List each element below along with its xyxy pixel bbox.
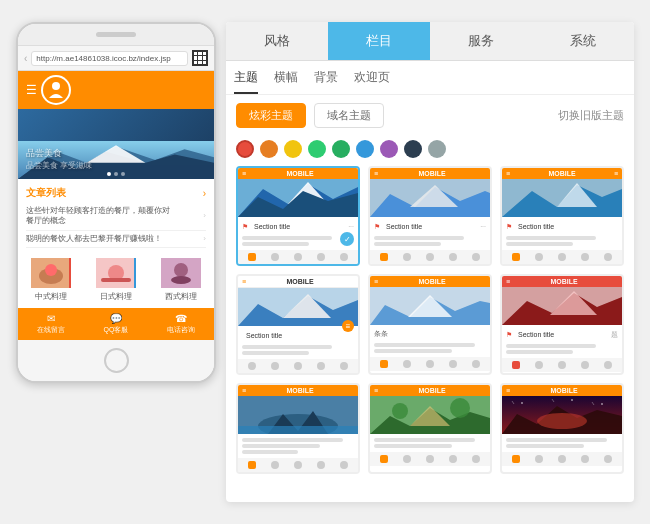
theme-card-7[interactable]: ≡ MOBILE — [236, 383, 360, 474]
article-section: 文章列表 › 这些针对年轻顾客打造的餐厅，颠覆你对餐厅的概念 › 聪明的餐饮人都… — [18, 179, 214, 252]
theme-card-6-header: ≡ MOBILE — [502, 276, 622, 287]
article-item-2[interactable]: 聪明的餐饮人都去巴黎开餐厅赚钱啦！ › — [26, 231, 206, 248]
article-title-bar: 文章列表 › — [26, 183, 206, 203]
tab-service[interactable]: 服务 — [430, 22, 532, 60]
hamburger-icon[interactable]: ☰ — [26, 83, 37, 97]
theme-card-1[interactable]: ≡ MOBILE ⚑ Section title ··· — [236, 166, 360, 266]
cat-item-japanese[interactable]: 日式料理 — [83, 258, 148, 302]
footer-btn-qq[interactable]: 💬 QQ客服 — [83, 308, 148, 340]
theme-card-4-header: ≡ MOBILE — [238, 276, 358, 288]
color-dot-red[interactable] — [236, 140, 254, 158]
footer-btn-phone[interactable]: ☎ 电话咨询 — [149, 308, 214, 340]
svg-point-0 — [52, 82, 60, 90]
subtab-welcome[interactable]: 欢迎页 — [354, 69, 390, 94]
theme-card-5-header: ≡ MOBILE — [370, 276, 490, 287]
theme-card-2-content: ⚑ Section title ··· — [370, 217, 490, 250]
svg-point-41 — [450, 398, 470, 418]
theme-card-9-header: ≡ MOBILE — [502, 385, 622, 396]
phone-home-bar — [18, 340, 214, 381]
theme-card-8[interactable]: ≡ MOBILE — [368, 383, 492, 474]
sub-tabs: 主题 横幅 背景 欢迎页 — [226, 61, 634, 95]
svg-point-13 — [171, 276, 191, 284]
orange-fab: ≡ — [342, 320, 354, 332]
theme-card-1-header: ≡ MOBILE — [238, 168, 358, 179]
theme-card-3-footer — [502, 250, 622, 264]
phone-header: ☰ — [18, 71, 214, 109]
svg-rect-36 — [238, 426, 358, 434]
color-dots — [226, 136, 634, 166]
phone-logo — [41, 75, 71, 105]
subtab-theme[interactable]: 主题 — [234, 69, 258, 94]
phone-category: 中式料理 日式料理 — [18, 252, 214, 308]
color-dot-yellow[interactable] — [284, 140, 302, 158]
theme-card-5[interactable]: ≡ MOBILE 条条 — [368, 274, 492, 375]
qq-icon: 💬 — [110, 313, 122, 324]
color-dot-green[interactable] — [332, 140, 350, 158]
domain-theme-btn[interactable]: 域名主题 — [314, 103, 384, 128]
article-arrow: › — [203, 188, 206, 199]
phone-content: ☰ — [18, 71, 214, 340]
theme-card-3[interactable]: ≡ MOBILE ≡ ⚑ Section title — [500, 166, 624, 266]
banner-text: 品尝美食 品尝美食 享受滋味 — [26, 147, 92, 171]
right-panel: 风格 栏目 服务 系统 主题 横幅 背景 欢迎页 炫彩主题 域名主题 切换旧版主… — [226, 22, 634, 502]
svg-point-40 — [392, 403, 408, 419]
theme-card-8-footer — [370, 452, 490, 466]
phone-banner: 品尝美食 品尝美食 享受滋味 — [18, 109, 214, 179]
color-dot-blue[interactable] — [356, 140, 374, 158]
address-bar: ‹ http://m.ae14861038.icoc.bz/index.jsp — [18, 45, 214, 71]
svg-rect-10 — [101, 278, 131, 282]
svg-point-48 — [521, 402, 523, 404]
themes-grid: ≡ MOBILE ⚑ Section title ··· — [226, 166, 634, 484]
theme-card-7-header: ≡ MOBILE — [238, 385, 358, 396]
color-dot-orange[interactable] — [260, 140, 278, 158]
color-dot-green-light[interactable] — [308, 140, 326, 158]
tab-system[interactable]: 系统 — [532, 22, 634, 60]
color-dot-dark[interactable] — [404, 140, 422, 158]
phone-logo-inner — [43, 77, 69, 103]
theme-card-2-footer — [370, 250, 490, 264]
top-tabs: 风格 栏目 服务 系统 — [226, 22, 634, 61]
theme-card-4[interactable]: ≡ MOBILE Section title — [236, 274, 360, 375]
tab-style[interactable]: 风格 — [226, 22, 328, 60]
theme-card-4-content: Section title — [238, 326, 358, 359]
theme-type-row: 炫彩主题 域名主题 切换旧版主题 — [226, 95, 634, 136]
colorful-theme-btn[interactable]: 炫彩主题 — [236, 103, 306, 128]
svg-point-44 — [537, 413, 587, 429]
subtab-bg[interactable]: 背景 — [314, 69, 338, 94]
theme-card-5-content: 条条 — [370, 325, 490, 357]
subtab-banner[interactable]: 横幅 — [274, 69, 298, 94]
theme-card-4-footer — [238, 359, 358, 373]
theme-card-8-content — [370, 434, 490, 452]
svg-point-49 — [571, 399, 573, 401]
theme-card-1-footer — [238, 250, 358, 264]
phone-footer: ✉ 在线留言 💬 QQ客服 ☎ 电话咨询 — [18, 308, 214, 340]
theme-card-2[interactable]: ≡ MOBILE ⚑ Section title ··· — [368, 166, 492, 266]
theme-card-6-content: ⚑ Section title 题 — [502, 325, 622, 358]
theme-card-9-footer — [502, 452, 622, 466]
theme-card-1-content: ⚑ Section title ··· — [238, 217, 358, 250]
theme-card-6-footer — [502, 358, 622, 372]
footer-btn-message[interactable]: ✉ 在线留言 — [18, 308, 83, 340]
svg-point-50 — [601, 403, 603, 405]
theme-card-4-content-wrap: Section title ≡ — [238, 326, 358, 359]
phone-speaker-area — [18, 24, 214, 45]
cat-item-western[interactable]: 西式料理 — [149, 258, 214, 302]
theme-card-9[interactable]: ≡ MOBILE — [500, 383, 624, 474]
switch-old-label[interactable]: 切换旧版主题 — [558, 108, 624, 123]
color-dot-gray[interactable] — [428, 140, 446, 158]
theme-card-6[interactable]: ≡ MOBILE ⚑ Section title 题 — [500, 274, 624, 375]
cat-img-chinese — [31, 258, 71, 288]
theme-card-5-footer — [370, 357, 490, 371]
banner-dots — [107, 172, 125, 176]
back-button[interactable]: ‹ — [24, 53, 27, 64]
address-input[interactable]: http://m.ae14861038.icoc.bz/index.jsp — [31, 51, 188, 66]
color-dot-purple[interactable] — [380, 140, 398, 158]
theme-card-3-content: ⚑ Section title — [502, 217, 622, 250]
home-button[interactable] — [104, 348, 129, 373]
tab-column[interactable]: 栏目 — [328, 22, 430, 60]
article-section-title: 文章列表 — [26, 186, 66, 200]
cat-item-chinese[interactable]: 中式料理 — [18, 258, 83, 302]
phone-icon: ☎ — [175, 313, 187, 324]
theme-card-8-header: ≡ MOBILE — [370, 385, 490, 396]
article-item-1[interactable]: 这些针对年轻顾客打造的餐厅，颠覆你对餐厅的概念 › — [26, 203, 206, 231]
